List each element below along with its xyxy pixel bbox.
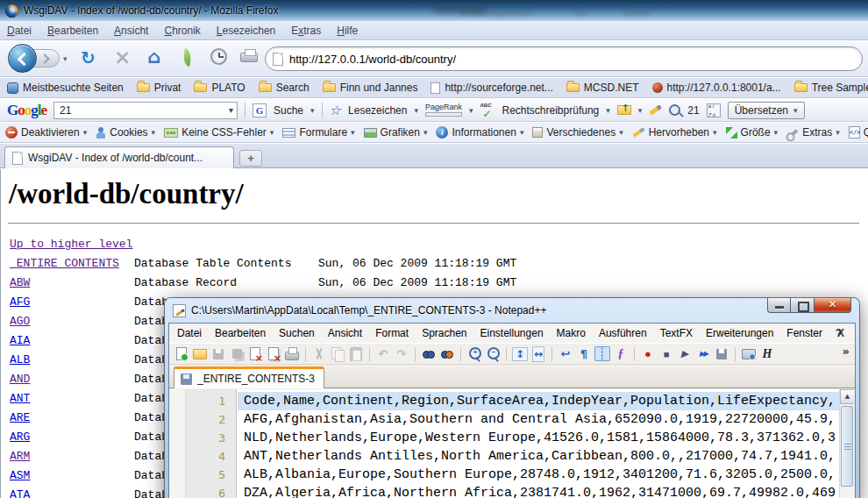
- webdev-item[interactable]: iInformationen▾: [436, 126, 523, 139]
- redo-icon[interactable]: [394, 346, 409, 361]
- menu-item-extras[interactable]: Extras: [291, 25, 321, 37]
- macro-stop-icon[interactable]: [658, 346, 674, 361]
- toolbar-overflow-chevron-icon[interactable]: »: [843, 345, 850, 358]
- back-button[interactable]: [8, 44, 37, 73]
- directory-link-arm[interactable]: ARM: [10, 447, 134, 466]
- google-search-input[interactable]: 21: [53, 102, 238, 119]
- close-document-icon[interactable]: [247, 346, 263, 361]
- directory-link-are[interactable]: ARE: [10, 409, 134, 428]
- open-file-icon[interactable]: [192, 346, 208, 361]
- home-icon[interactable]: ⌂: [147, 46, 160, 68]
- directory-link-ant[interactable]: ANT: [10, 389, 134, 409]
- bookmark-item[interactable]: Meistbesuchte Seiten: [7, 82, 124, 94]
- dropdown-caret-icon[interactable]: ▾: [520, 128, 524, 137]
- directory-link-aia[interactable]: AIA: [10, 331, 134, 351]
- highlighter-icon[interactable]: [649, 104, 662, 116]
- spellcheck-button[interactable]: Rechtschreibprüfung: [502, 104, 600, 117]
- google-search-button[interactable]: Suche: [274, 104, 303, 117]
- bookmarks-dropdown-icon[interactable]: ▾: [414, 106, 418, 115]
- npp-menu-bearbeiten[interactable]: Bearbeiten: [215, 327, 266, 339]
- directory-link-entirecontents[interactable]: _ENTIRE_CONTENTS: [10, 254, 134, 274]
- webdev-item[interactable]: Grafiken▾: [364, 126, 428, 139]
- translate-dropdown-icon[interactable]: ▾: [793, 106, 798, 115]
- new-file-icon[interactable]: [174, 346, 189, 361]
- bookmark-item[interactable]: http://127.0.0.1:8001/a...: [652, 82, 781, 94]
- directory-link-ago[interactable]: AGO: [10, 312, 134, 331]
- directory-link-alb[interactable]: ALB: [10, 351, 134, 370]
- directory-link-arg[interactable]: ARG: [10, 428, 134, 447]
- word-wrap-icon[interactable]: [558, 346, 573, 361]
- webdev-item[interactable]: Extras▾: [786, 126, 840, 139]
- dropdown-caret-icon[interactable]: ▾: [423, 128, 428, 137]
- npp-menu-erweiterungen[interactable]: Erweiterungen: [706, 327, 773, 339]
- notepadpp-titlebar[interactable]: C:\Users\Martin\AppData\Local\Temp\_ENTI…: [165, 298, 859, 323]
- webdev-item[interactable]: Deaktivieren▾: [5, 126, 87, 139]
- npp-menu-sprachen[interactable]: Sprachen: [422, 327, 466, 339]
- function-completion-icon[interactable]: [613, 346, 629, 361]
- bookmark-item[interactable]: http://sourceforge.net...: [430, 82, 552, 94]
- menu-item-bearbeiten[interactable]: Bearbeiten: [47, 25, 98, 37]
- close-all-icon[interactable]: [266, 346, 281, 361]
- pagerank-widget[interactable]: PageRank: [425, 103, 462, 117]
- google-bookmarks-button[interactable]: Lesezeichen: [348, 104, 407, 117]
- macro-record-icon[interactable]: [640, 346, 656, 361]
- up-to-higher-level-link[interactable]: Up to higher level: [10, 238, 132, 251]
- menu-item-lesezeichen[interactable]: Lesezeichen: [217, 25, 275, 37]
- paste-icon[interactable]: [348, 346, 364, 361]
- send-to-dropdown-icon[interactable]: ▾: [638, 106, 643, 115]
- save-icon[interactable]: [210, 346, 226, 361]
- npp-menu-format[interactable]: Format: [375, 327, 409, 339]
- cut-icon[interactable]: [311, 346, 327, 361]
- bookmark-item[interactable]: Search: [259, 82, 309, 94]
- sync-vertical-icon[interactable]: [512, 346, 528, 361]
- npp-menu-ansicht[interactable]: Ansicht: [328, 327, 362, 339]
- close-button[interactable]: ✕: [814, 298, 851, 313]
- webdev-item[interactable]: </>Quelltext: [849, 126, 868, 139]
- editor-text[interactable]: Code,Name,Continent,Region,SurfaceArea,I…: [238, 389, 839, 498]
- bookmark-item[interactable]: Finn und Jannes: [323, 82, 418, 94]
- macro-save-icon[interactable]: [714, 346, 729, 361]
- bookmark-item[interactable]: MCSD.NET: [566, 82, 639, 94]
- webdev-item[interactable]: Verschiedenes▾: [532, 126, 623, 139]
- history-clock-icon[interactable]: [210, 48, 227, 65]
- history-dropdown-icon[interactable]: ▾: [63, 54, 68, 63]
- webdev-item[interactable]: Cookies▾: [96, 126, 155, 139]
- print-icon[interactable]: [284, 346, 300, 361]
- stop-icon[interactable]: ×: [114, 46, 131, 68]
- bookmark-item[interactable]: Tree Samples: [794, 82, 868, 94]
- macro-run-multiple-icon[interactable]: [695, 346, 711, 361]
- menu-item-datei[interactable]: Datei: [7, 25, 32, 37]
- webdev-item[interactable]: cssKeine CSS-Fehler▾: [164, 126, 274, 139]
- scroll-up-icon[interactable]: ▲: [840, 389, 854, 404]
- word-find-icon[interactable]: [669, 104, 680, 116]
- bookmark-item[interactable]: Privat: [137, 82, 181, 94]
- monitor-icon[interactable]: [741, 346, 757, 361]
- menu-item-ansicht[interactable]: Ansicht: [114, 25, 148, 37]
- webdev-item[interactable]: Größe▾: [726, 126, 779, 139]
- maximize-button[interactable]: [791, 298, 814, 313]
- zoom-out-icon[interactable]: [485, 346, 501, 361]
- dropdown-caret-icon[interactable]: ▾: [619, 128, 623, 137]
- directory-link-ata[interactable]: ATA: [10, 486, 134, 498]
- npp-menu-suchen[interactable]: Suchen: [279, 327, 315, 339]
- npp-menu-makro[interactable]: Makro: [557, 327, 586, 339]
- search-dropdown-icon[interactable]: ▾: [310, 106, 315, 115]
- sync-horizontal-icon[interactable]: [530, 346, 546, 361]
- bookmark-item[interactable]: PLATO: [194, 82, 245, 94]
- leaf-extension-icon[interactable]: [180, 48, 194, 67]
- reload-icon[interactable]: ↻: [81, 47, 96, 68]
- directory-link-and[interactable]: AND: [10, 370, 134, 389]
- close-document-x-button[interactable]: X: [837, 327, 844, 339]
- editor-area[interactable]: 123456 Code,Name,Continent,Region,Surfac…: [170, 389, 854, 498]
- dropdown-caret-icon[interactable]: ▾: [83, 128, 88, 137]
- copy-icon[interactable]: [330, 346, 345, 361]
- pagerank-dropdown-icon[interactable]: ▾: [469, 106, 473, 115]
- find-icon[interactable]: [421, 346, 437, 361]
- minimize-button[interactable]: [767, 298, 791, 313]
- macro-play-icon[interactable]: [677, 346, 693, 361]
- npp-menu-einstellungen[interactable]: Einstellungen: [480, 327, 544, 339]
- menu-item-hilfe[interactable]: Hilfe: [337, 25, 358, 37]
- hex-editor-icon[interactable]: [759, 346, 775, 361]
- send-to-icon[interactable]: [617, 105, 631, 115]
- undo-icon[interactable]: [375, 346, 391, 361]
